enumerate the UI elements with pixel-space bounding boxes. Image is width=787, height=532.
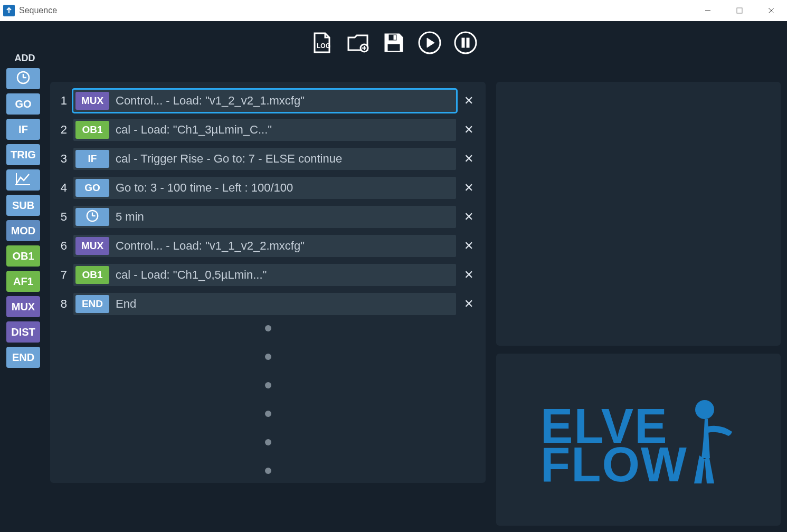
sidebar-item-label: END <box>12 352 34 364</box>
step-body[interactable]: MUXControl... - Load: "v1_1_v2_2.mxcfg" <box>73 235 456 257</box>
step-tag-label: IF <box>88 153 97 165</box>
open-folder-button[interactable] <box>345 30 371 56</box>
step-row: 1MUXControl... - Load: "v1_2_v2_1.mxcfg"… <box>58 89 478 112</box>
sequence-panel: 1MUXControl... - Load: "v1_2_v2_1.mxcfg"… <box>50 82 486 483</box>
delete-step-button[interactable]: ✕ <box>459 91 478 110</box>
add-SUB-button[interactable]: SUB <box>6 195 40 216</box>
logo-line2: FLOW <box>541 445 688 484</box>
delete-step-button[interactable]: ✕ <box>459 178 478 197</box>
svg-rect-14 <box>467 38 469 48</box>
sidebar-item-label: SUB <box>12 200 34 212</box>
add-OB1-button[interactable]: OB1 <box>6 245 40 267</box>
add-graph-button[interactable] <box>6 169 40 191</box>
close-icon: ✕ <box>464 210 473 224</box>
step-row: 8ENDEnd✕ <box>58 292 478 316</box>
drop-slots <box>58 325 478 474</box>
delete-step-button[interactable]: ✕ <box>459 265 478 284</box>
step-tag: IF <box>75 150 109 168</box>
delete-step-button[interactable]: ✕ <box>459 149 478 168</box>
sidebar-item-label: IF <box>18 124 28 136</box>
drop-slot[interactable] <box>265 439 271 445</box>
close-icon: ✕ <box>464 268 473 282</box>
app-body: LOG ADD GOIFTRIGSUBMODOB1AF1MUXDISTEND 1… <box>0 21 787 532</box>
svg-text:LOG: LOG <box>317 42 330 50</box>
step-number: 4 <box>58 181 73 195</box>
titlebar: Sequence <box>0 0 787 21</box>
step-description: cal - Load: "Ch1_3µLmin_C..." <box>116 123 456 137</box>
step-body[interactable]: 5 min <box>73 206 456 228</box>
step-body[interactable]: ENDEnd <box>73 293 456 315</box>
step-body[interactable]: OB1cal - Load: "Ch1_3µLmin_C..." <box>73 119 456 141</box>
top-toolbar: LOG <box>0 21 787 58</box>
drop-slot[interactable] <box>265 325 271 331</box>
step-body[interactable]: OB1cal - Load: "Ch1_0,5µLmin..." <box>73 264 456 286</box>
add-AF1-button[interactable]: AF1 <box>6 271 40 292</box>
step-number: 6 <box>58 239 73 253</box>
step-row: 7OB1cal - Load: "Ch1_0,5µLmin..."✕ <box>58 263 478 287</box>
step-body[interactable]: MUXControl... - Load: "v1_2_v2_1.mxcfg" <box>73 90 456 112</box>
svg-rect-1 <box>737 8 742 13</box>
svg-point-23 <box>695 400 714 419</box>
add-MUX-button[interactable]: MUX <box>6 296 40 317</box>
step-tag-label: END <box>82 298 103 310</box>
step-description: cal - Trigger Rise - Go to: 7 - ELSE con… <box>116 152 456 166</box>
step-description: Control... - Load: "v1_2_v2_1.mxcfg" <box>116 94 456 108</box>
sidebar-item-label: OB1 <box>12 250 34 262</box>
app-icon <box>3 5 15 16</box>
add-IF-button[interactable]: IF <box>6 119 40 140</box>
step-tag: OB1 <box>75 266 109 284</box>
sidebar-title: ADD <box>6 53 43 64</box>
graph-icon <box>15 172 31 188</box>
close-button[interactable] <box>755 0 787 21</box>
delete-step-button[interactable]: ✕ <box>459 120 478 139</box>
log-button[interactable]: LOG <box>309 30 335 56</box>
drop-slot[interactable] <box>265 411 271 417</box>
sidebar-item-label: MUX <box>12 301 35 313</box>
drop-slot[interactable] <box>265 382 271 388</box>
close-icon: ✕ <box>464 297 473 311</box>
delete-step-button[interactable]: ✕ <box>459 294 478 314</box>
clock-icon <box>16 70 31 88</box>
svg-rect-10 <box>394 35 396 40</box>
save-button[interactable] <box>381 30 407 56</box>
maximize-button[interactable] <box>724 0 755 21</box>
step-number: 7 <box>58 268 73 282</box>
step-row: 4GOGo to: 3 - 100 time - Left : 100/100✕ <box>58 176 478 200</box>
step-tag: MUX <box>75 92 109 110</box>
pause-button[interactable] <box>452 30 479 56</box>
add-GO-button[interactable]: GO <box>6 93 40 115</box>
step-body[interactable]: GOGo to: 3 - 100 time - Left : 100/100 <box>73 177 456 199</box>
step-tag-label: OB1 <box>82 269 102 281</box>
play-button[interactable] <box>416 30 443 56</box>
sidebar-item-label: MOD <box>11 225 36 237</box>
drop-slot[interactable] <box>265 468 271 474</box>
step-description: End <box>116 297 456 311</box>
minimize-button[interactable] <box>692 0 724 21</box>
sidebar-item-label: TRIG <box>11 149 36 161</box>
step-tag: GO <box>75 179 109 197</box>
sidebar-item-label: GO <box>15 98 31 110</box>
step-number: 8 <box>58 297 73 311</box>
step-tag-label: MUX <box>81 240 103 252</box>
svg-point-12 <box>455 32 476 53</box>
add-TRIG-button[interactable]: TRIG <box>6 144 40 165</box>
step-number: 2 <box>58 123 73 137</box>
step-row: 6MUXControl... - Load: "v1_1_v2_2.mxcfg"… <box>58 234 478 258</box>
add-END-button[interactable]: END <box>6 347 40 368</box>
add-clock-button[interactable] <box>6 68 40 89</box>
step-tag-label: MUX <box>81 95 103 107</box>
add-MOD-button[interactable]: MOD <box>6 220 40 241</box>
step-number: 3 <box>58 152 73 166</box>
drop-slot[interactable] <box>265 354 271 360</box>
sidebar-item-label: AF1 <box>13 276 33 288</box>
close-icon: ✕ <box>464 152 473 166</box>
clock-icon <box>86 209 99 225</box>
step-description: 5 min <box>116 210 456 224</box>
add-DIST-button[interactable]: DIST <box>6 321 40 343</box>
step-tag: MUX <box>75 237 109 255</box>
window-controls <box>692 0 787 21</box>
delete-step-button[interactable]: ✕ <box>459 207 478 226</box>
step-body[interactable]: IFcal - Trigger Rise - Go to: 7 - ELSE c… <box>73 148 456 170</box>
window-title: Sequence <box>19 6 57 15</box>
delete-step-button[interactable]: ✕ <box>459 236 478 255</box>
